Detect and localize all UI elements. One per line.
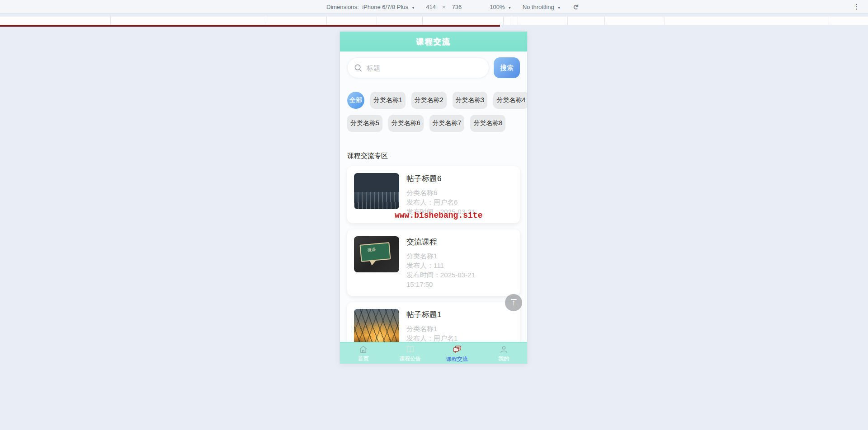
category-chip[interactable]: 分类名称8 [470,115,505,132]
post-thumbnail-grass-sunset [354,309,399,342]
chip-row: 全部 分类名称1 分类名称2 分类名称3 分类名称4 [347,92,520,109]
zoom-selector[interactable]: 100% ▾ [490,4,510,10]
chevron-down-icon: ▾ [412,5,415,10]
rotate-device-icon[interactable]: ↻ [571,4,580,9]
chevron-down-icon: ▾ [558,5,560,10]
devtools-device-toolbar: Dimensions: iPhone 6/7/8 Plus ▾ 414 × 73… [0,0,868,14]
post-title: 交流课程 [406,237,513,247]
app-header: 课程交流 [340,32,527,51]
category-chip[interactable]: 分类名称6 [388,115,424,132]
bottom-tab-bar: 首页 课程公告 课程交流 [340,342,527,364]
device-name: iPhone 6/7/8 Plus [362,4,408,10]
search-row: 搜索 [347,57,520,78]
tab-course-exchange[interactable]: 课程交流 [434,343,481,364]
post-thumbnail-sunset-sea [354,173,399,209]
category-chip[interactable]: 分类名称1 [370,92,406,109]
post-publisher: 发布人：用户名6 [406,197,513,207]
tab-label: 我的 [498,355,509,363]
home-icon [359,345,368,354]
maroon-divider-line [0,25,500,27]
device-selector[interactable]: Dimensions: iPhone 6/7/8 Plus ▾ [326,4,414,10]
category-chip[interactable]: 分类名称2 [411,92,447,109]
post-card[interactable]: 帖子标题1 分类名称1 发布人：用户名1 [347,302,520,342]
search-icon [354,64,363,72]
post-title: 帖子标题6 [406,173,513,184]
category-chip[interactable]: 分类名称5 [347,115,382,132]
post-body: 交流课程 分类名称1 发布人：111 发布时间：2025-03-21 15:17… [406,236,513,289]
empty-grid-row [0,16,868,25]
post-body: 帖子标题6 分类名称6 发布人：用户名6 发布时间：2025-03-21 [406,173,513,216]
zoom-level: 100% [490,4,505,10]
post-body: 帖子标题1 分类名称1 发布人：用户名1 [406,309,513,342]
times-symbol: × [442,4,446,10]
back-to-top-button[interactable]: ↑ [505,294,522,311]
category-chip-all[interactable]: 全部 [347,92,364,109]
section-title: 课程交流专区 [347,152,520,160]
more-options-icon[interactable]: ⋮ [853,2,860,11]
throttling-label: No throttling [523,4,554,10]
up-arrow-icon: ↑ [512,299,516,307]
category-chip[interactable]: 分类名称3 [453,92,488,109]
category-filter: 全部 分类名称1 分类名称2 分类名称3 分类名称4 分类名称5 分类名称6 分… [347,92,520,132]
post-card[interactable]: 微课 交流课程 分类名称1 发布人：111 发布时间：2025-03-21 15… [347,229,520,296]
tab-home[interactable]: 首页 [340,343,387,364]
post-title: 帖子标题1 [406,309,513,320]
tab-label: 课程交流 [446,355,468,363]
post-category: 分类名称1 [406,251,513,261]
viewport-height-field[interactable]: 736 [452,4,462,10]
mobile-app-viewport: 课程交流 搜索 全部 分类名称1 分类名称2 分类名称3 分类名称4 分类名称 [340,32,527,364]
post-publisher: 发布人：用户名1 [406,333,513,342]
search-input[interactable] [367,64,482,72]
tab-profile[interactable]: 我的 [481,343,528,364]
chevron-down-icon: ▾ [509,5,511,10]
chalkboard-text: 微课 [367,247,376,253]
post-date: 发布时间：2025-03-21 [406,270,513,280]
chat-bubbles-icon [452,345,462,355]
throttling-selector[interactable]: No throttling ▾ [523,4,560,10]
post-publisher: 发布人：111 [406,261,513,270]
post-list: 帖子标题6 分类名称6 发布人：用户名6 发布时间：2025-03-21 www… [347,166,520,342]
tab-label: 课程公告 [399,355,421,363]
post-category: 分类名称6 [406,188,513,197]
site-watermark: www.bishebang.site [395,211,482,220]
search-input-wrapper[interactable] [347,57,489,78]
search-button[interactable]: 搜索 [494,57,520,78]
post-category: 分类名称1 [406,324,513,333]
post-thumbnail-blackboard: 微课 [354,236,399,272]
category-chip[interactable]: 分类名称4 [493,92,527,109]
viewport-width-field[interactable]: 414 [426,4,436,10]
book-icon [406,345,415,354]
post-time: 15:17:50 [406,280,513,289]
category-chip[interactable]: 分类名称7 [429,115,465,132]
page-title: 课程交流 [416,37,451,47]
tab-course-announcements[interactable]: 课程公告 [387,343,434,364]
dimensions-label: Dimensions: [326,4,359,10]
tab-label: 首页 [358,355,369,363]
chip-row: 分类名称5 分类名称6 分类名称7 分类名称8 [347,115,520,132]
device-toolbar-controls: Dimensions: iPhone 6/7/8 Plus ▾ 414 × 73… [326,0,579,14]
app-content: 搜索 全部 分类名称1 分类名称2 分类名称3 分类名称4 分类名称5 分类名称… [340,51,527,342]
post-card[interactable]: 帖子标题6 分类名称6 发布人：用户名6 发布时间：2025-03-21 www… [347,166,520,223]
user-icon [499,345,509,354]
